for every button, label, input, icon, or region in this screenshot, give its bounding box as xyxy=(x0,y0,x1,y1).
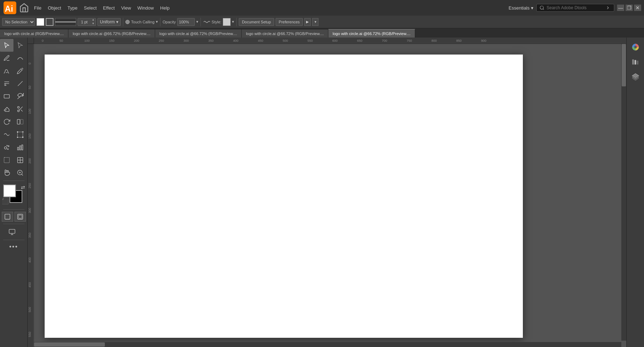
horizontal-scroll-thumb[interactable] xyxy=(34,342,105,347)
more-tools-button[interactable]: ••• xyxy=(2,241,26,252)
symbol-sprayer-tool[interactable] xyxy=(0,141,13,154)
eraser-tool[interactable] xyxy=(0,103,13,115)
stroke-weight-input[interactable] xyxy=(78,20,91,24)
tab-4[interactable]: logo with circle.ai @66.72% (RGB/Preview… xyxy=(328,29,415,38)
ruler-top: 0 50 100 150 200 250 300 350 400 450 500… xyxy=(28,38,626,44)
scissors-tool[interactable] xyxy=(13,103,27,115)
tab-3[interactable]: logo with circle.ai @66.72% (RGB/Preview… xyxy=(242,29,328,38)
maximize-button[interactable]: ❐ xyxy=(626,5,633,11)
touch-calling[interactable]: Touch Calling ▾ xyxy=(131,19,158,24)
minimize-button[interactable]: — xyxy=(617,5,624,11)
ruler-top-marks: 0 50 100 150 200 250 300 350 400 450 500… xyxy=(28,38,626,44)
tool-separator-1 xyxy=(3,181,24,181)
free-transform-tool[interactable] xyxy=(13,128,27,141)
zoom-tool[interactable] xyxy=(13,166,27,179)
menu-effect[interactable]: Effect xyxy=(100,4,118,12)
column-graph-tool[interactable] xyxy=(13,141,27,154)
type-tool[interactable]: T xyxy=(0,77,13,90)
svg-text:200: 200 xyxy=(28,158,32,164)
draw-inside-mode[interactable] xyxy=(15,212,26,222)
opacity-control: Opacity ▾ xyxy=(163,18,198,26)
layers-panel-button[interactable] xyxy=(629,70,642,84)
swap-colors-icon[interactable]: ⇄ xyxy=(21,184,26,189)
svg-rect-26 xyxy=(4,158,9,163)
workspace-selector[interactable]: Essentials ▾ xyxy=(509,5,533,11)
search-submit-icon xyxy=(605,5,610,10)
menu-window[interactable]: Window xyxy=(135,4,157,12)
svg-text:400: 400 xyxy=(233,39,238,42)
horizontal-scrollbar[interactable] xyxy=(34,342,621,347)
selection-indicator: No Selection xyxy=(2,18,35,26)
style-swatch[interactable] xyxy=(223,18,231,26)
menu-select[interactable]: Select xyxy=(81,4,100,12)
tab-0[interactable]: logo with circle.ai (RGB/Preview.... xyxy=(0,29,68,38)
pen-tool[interactable] xyxy=(0,52,13,64)
control-bar-more-arrow[interactable]: ▶ xyxy=(304,18,311,26)
separator-4 xyxy=(236,18,237,26)
stroke-preview xyxy=(55,22,76,22)
svg-point-15 xyxy=(17,131,18,132)
search-input[interactable] xyxy=(547,5,603,10)
svg-point-20 xyxy=(8,146,9,147)
svg-rect-36 xyxy=(18,215,22,218)
selection-tool[interactable] xyxy=(0,39,13,52)
opacity-input[interactable] xyxy=(177,18,195,26)
vertical-scrollbar[interactable] xyxy=(621,44,626,341)
document-setup-button[interactable]: Document Setup xyxy=(239,18,274,26)
svg-line-3 xyxy=(22,68,23,69)
color-guide-panel-button[interactable] xyxy=(629,55,642,69)
svg-text:T: T xyxy=(4,83,6,87)
reflect-tool[interactable] xyxy=(13,115,27,128)
color-panel-button[interactable] xyxy=(629,40,642,54)
menu-view[interactable]: View xyxy=(118,4,134,12)
canvas-content[interactable] xyxy=(34,44,626,347)
uniform-arrow: ▾ xyxy=(116,19,118,24)
fill-color-swatch[interactable] xyxy=(36,18,44,26)
selection-dropdown[interactable]: No Selection xyxy=(2,18,35,26)
eyedropper-tool[interactable] xyxy=(13,90,27,103)
tool-row-transform xyxy=(0,115,28,128)
default-colors-icon[interactable]: ⬛ xyxy=(2,198,7,203)
search-bar[interactable] xyxy=(536,4,614,12)
menu-type[interactable]: Type xyxy=(65,4,80,12)
normal-drawing-mode[interactable] xyxy=(2,212,13,222)
warp-tool[interactable] xyxy=(0,128,13,141)
svg-text:350: 350 xyxy=(208,39,214,42)
home-button[interactable] xyxy=(19,3,29,13)
svg-text:700: 700 xyxy=(382,39,387,42)
rectangle-tool[interactable] xyxy=(0,90,13,103)
style-wavy-icon xyxy=(203,20,210,24)
curvature-tool[interactable] xyxy=(13,52,27,64)
line-tool[interactable] xyxy=(13,77,27,90)
title-bar-right: Essentials ▾ — ❐ ✕ xyxy=(509,4,641,12)
tab-2[interactable]: logo with circle.ai @66.72% (RGB/Preview… xyxy=(155,29,242,38)
artboard-tool[interactable] xyxy=(0,154,13,166)
screen-mode-button[interactable] xyxy=(0,226,24,238)
foreground-color-swatch[interactable] xyxy=(3,184,16,197)
control-bar-expand[interactable]: ▾ xyxy=(312,18,318,26)
vertical-scroll-thumb[interactable] xyxy=(622,44,626,86)
style-line-icon xyxy=(203,20,210,24)
menu-file[interactable]: File xyxy=(31,4,44,12)
stroke-weight-up[interactable]: ▲ xyxy=(91,18,96,22)
preferences-button[interactable]: Preferences xyxy=(276,18,303,26)
stroke-line-style[interactable] xyxy=(55,18,76,26)
svg-text:250: 250 xyxy=(28,183,32,188)
menu-object[interactable]: Object xyxy=(45,4,64,12)
rotate-tool[interactable] xyxy=(0,115,13,128)
paintbrush-tool[interactable] xyxy=(0,64,13,77)
menu-help[interactable]: Help xyxy=(157,4,173,12)
pencil-tool[interactable] xyxy=(13,64,27,77)
stroke-color-swatch[interactable] xyxy=(46,18,53,26)
hand-tool[interactable] xyxy=(0,166,13,179)
slice-tool[interactable] xyxy=(13,154,27,166)
direct-selection-tool[interactable] xyxy=(13,39,27,52)
uniform-dropdown[interactable]: Uniform ▾ xyxy=(97,18,121,26)
artboard[interactable] xyxy=(45,55,523,338)
stroke-weight-down[interactable]: ▼ xyxy=(91,22,96,26)
tab-1[interactable]: logo with circle.ai @66.72% (RGB/Preview… xyxy=(68,29,155,38)
close-button[interactable]: ✕ xyxy=(634,5,641,11)
style-arrow[interactable]: ▾ xyxy=(232,19,234,24)
stroke-weight-control[interactable]: ▲ ▼ xyxy=(78,18,96,26)
right-panel xyxy=(626,38,644,347)
